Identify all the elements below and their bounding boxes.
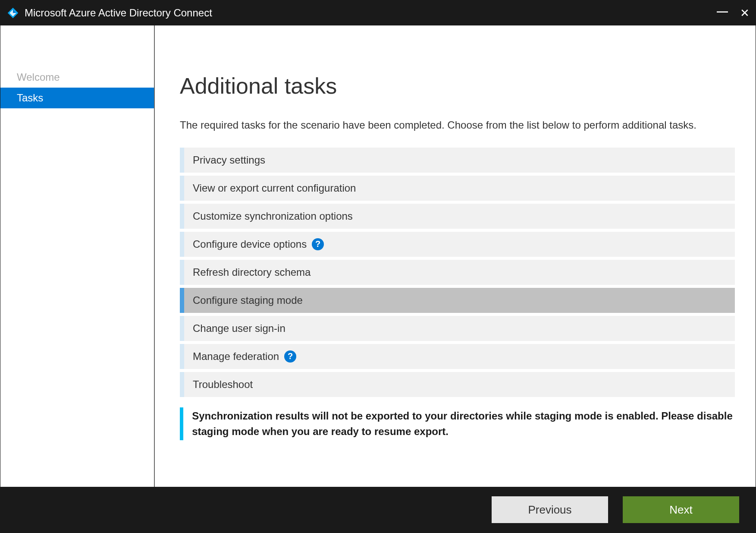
task-item-privacy-settings[interactable]: Privacy settings [180, 148, 735, 173]
sidebar: WelcomeTasks [0, 25, 155, 487]
task-label-text: Customize synchronization options [193, 210, 353, 222]
minimize-button[interactable]: — [717, 6, 728, 17]
help-icon[interactable]: ? [284, 350, 296, 363]
task-item-troubleshoot[interactable]: Troubleshoot [180, 372, 735, 397]
task-accent [180, 260, 184, 285]
task-item-refresh-directory-schema[interactable]: Refresh directory schema [180, 260, 735, 285]
titlebar: Microsoft Azure Active Directory Connect… [0, 0, 756, 25]
task-label: Configure staging mode [184, 294, 311, 306]
task-item-customize-synchronization-options[interactable]: Customize synchronization options [180, 204, 735, 229]
next-button[interactable]: Next [623, 496, 739, 523]
task-accent [180, 372, 184, 397]
task-label: Privacy settings [184, 154, 274, 166]
sidebar-item-tasks[interactable]: Tasks [0, 88, 154, 108]
task-label: Customize synchronization options [184, 210, 361, 222]
task-list: Privacy settingsView or export current c… [180, 148, 735, 397]
sidebar-item-welcome[interactable]: Welcome [0, 67, 154, 88]
task-accent [180, 344, 184, 369]
app-window: Microsoft Azure Active Directory Connect… [0, 0, 756, 533]
task-label: View or export current configuration [184, 182, 364, 194]
task-label-text: Configure staging mode [193, 294, 303, 306]
azure-logo-icon [6, 6, 19, 19]
window-title: Microsoft Azure Active Directory Connect [25, 7, 717, 19]
page-description: The required tasks for the scenario have… [180, 118, 735, 133]
task-label: Troubleshoot [184, 378, 261, 391]
footer: Previous Next [0, 487, 756, 533]
task-item-change-user-sign-in[interactable]: Change user sign-in [180, 316, 735, 341]
task-accent [180, 148, 184, 173]
body-area: WelcomeTasks Additional tasks The requir… [0, 25, 756, 487]
task-label-text: Refresh directory schema [193, 266, 311, 278]
task-accent [180, 288, 184, 313]
task-item-manage-federation[interactable]: Manage federation? [180, 344, 735, 369]
task-label: Configure device options? [184, 238, 333, 250]
task-label-text: Privacy settings [193, 154, 265, 166]
task-accent [180, 176, 184, 201]
task-accent [180, 316, 184, 341]
close-button[interactable]: ✕ [740, 7, 750, 19]
previous-button[interactable]: Previous [492, 496, 608, 523]
task-label-text: View or export current configuration [193, 182, 356, 194]
note-text: Synchronization results will not be expo… [183, 407, 735, 440]
task-item-configure-device-options[interactable]: Configure device options? [180, 232, 735, 257]
task-item-view-or-export-current-configuration[interactable]: View or export current configuration [180, 176, 735, 201]
window-controls: — ✕ [717, 7, 750, 19]
page-title: Additional tasks [180, 73, 735, 99]
task-label-text: Change user sign-in [193, 322, 285, 334]
task-label: Refresh directory schema [184, 266, 319, 278]
help-icon[interactable]: ? [312, 238, 324, 250]
task-accent [180, 232, 184, 257]
note-accent-bar [180, 407, 183, 440]
task-label-text: Configure device options [193, 238, 307, 250]
staging-mode-note: Synchronization results will not be expo… [180, 407, 735, 440]
task-label-text: Troubleshoot [193, 378, 253, 391]
task-accent [180, 204, 184, 229]
task-label: Manage federation? [184, 350, 305, 363]
task-label-text: Manage federation [193, 350, 279, 363]
task-label: Change user sign-in [184, 322, 294, 334]
content-pane: Additional tasks The required tasks for … [155, 25, 756, 487]
task-item-configure-staging-mode[interactable]: Configure staging mode [180, 288, 735, 313]
